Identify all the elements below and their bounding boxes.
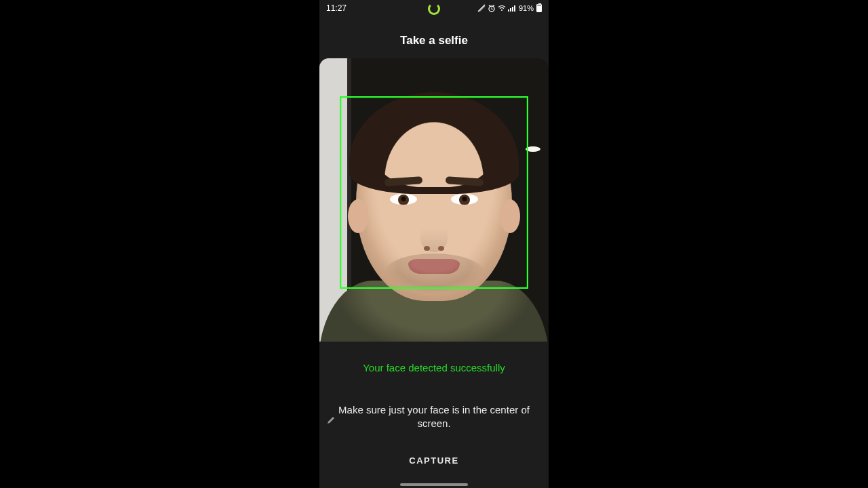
no-sim-icon bbox=[477, 4, 486, 12]
video-frame: 11:27 91% Take a bbox=[0, 0, 868, 488]
page-title: Take a selfie bbox=[400, 34, 468, 47]
detection-status-text: Your face detected successfully bbox=[329, 362, 539, 373]
home-indicator[interactable] bbox=[400, 483, 468, 486]
battery-icon bbox=[536, 4, 542, 12]
status-bar: 11:27 91% bbox=[319, 0, 549, 16]
wifi-icon bbox=[498, 4, 506, 12]
alarm-icon bbox=[488, 4, 496, 12]
svg-rect-4 bbox=[512, 7, 513, 12]
svg-point-1 bbox=[501, 9, 502, 11]
edit-icon[interactable] bbox=[326, 415, 336, 427]
svg-rect-2 bbox=[508, 9, 509, 12]
status-time: 11:27 bbox=[326, 3, 347, 13]
svg-rect-3 bbox=[510, 8, 511, 12]
capture-button[interactable]: CAPTURE bbox=[409, 455, 458, 466]
loading-spinner-icon bbox=[428, 3, 440, 15]
signal-icon bbox=[508, 4, 516, 12]
svg-rect-5 bbox=[514, 5, 515, 12]
phone-screen: 11:27 91% Take a bbox=[319, 0, 549, 488]
battery-percent: 91% bbox=[519, 4, 534, 12]
camera-preview[interactable] bbox=[319, 58, 549, 342]
instruction-text: Make sure just your face is in the cente… bbox=[329, 403, 539, 431]
lower-panel: Your face detected successfully Make sur… bbox=[319, 342, 549, 466]
face-detection-box bbox=[340, 96, 528, 289]
